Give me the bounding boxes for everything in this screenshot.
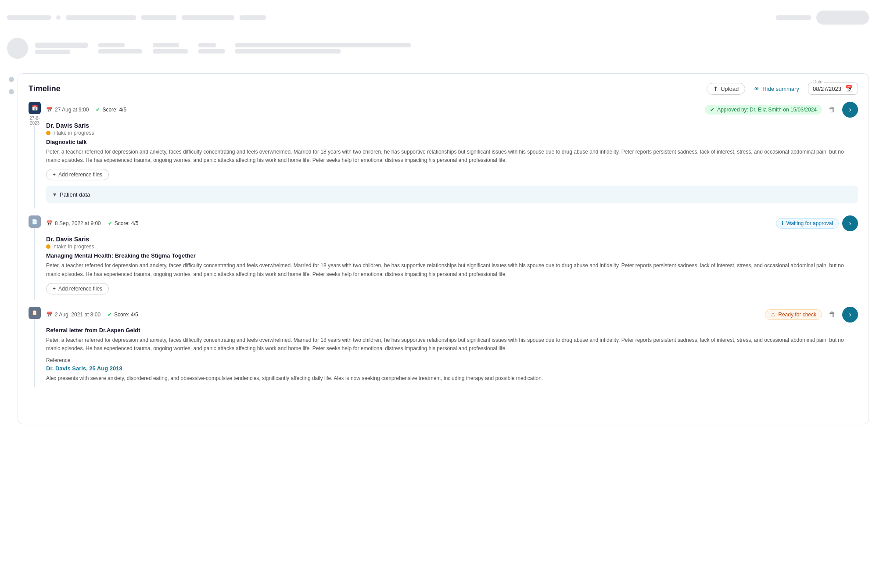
entry-header-1: 📅 27 Aug at 9:00 ✔ Score: 4/5 ✔ A	[46, 102, 858, 118]
reference-label: Reference	[46, 357, 858, 363]
delete-button-3[interactable]: 🗑	[826, 308, 839, 321]
nav-skeleton-2	[66, 15, 136, 20]
entry-icon-3: 📋	[29, 307, 41, 319]
score-2: ✔ Score: 4/5	[108, 220, 139, 226]
sidebar-dots	[7, 73, 14, 424]
entry-meta-1: 📅 27 Aug at 9:00 ✔ Score: 4/5	[46, 107, 126, 113]
doctor-name-2: Dr. Davis Saris	[46, 236, 858, 243]
entry-text-2: Peter, a teacher referred for depression…	[46, 262, 858, 278]
entry-actions-3: ⚠ Ready for check 🗑 ›	[765, 307, 858, 323]
add-reference-button-2[interactable]: + Add reference files	[46, 283, 109, 294]
chevron-down-icon: ▾	[53, 191, 56, 198]
plus-icon-2: +	[53, 286, 56, 292]
spine-date-1: 27-8-2023	[29, 116, 41, 125]
spine-group-2: 📄	[29, 215, 41, 299]
nav-skeleton-4	[182, 15, 234, 20]
navigate-button-3[interactable]: ›	[842, 307, 858, 323]
timeline-entry-3: 📋 📅 2 Aug, 2021 at 8:00 ✔	[29, 307, 858, 387]
navigate-button-1[interactable]: ›	[842, 102, 858, 118]
date-value[interactable]: 08/27/2023	[813, 86, 841, 92]
profile-sk-9	[235, 43, 411, 47]
entry-date-3: 📅 2 Aug, 2021 at 8:00	[46, 312, 101, 318]
calendar-icon[interactable]: 📅	[845, 85, 853, 93]
hide-summary-button[interactable]: 👁 Hide summary	[754, 86, 799, 92]
alert-icon: ⚠	[771, 312, 775, 318]
ready-badge: ⚠ Ready for check	[765, 309, 822, 320]
timeline-controls: ⬆ Upload 👁 Hide summary Date 08/27/2023 …	[707, 82, 858, 95]
sidebar-dot-2[interactable]	[9, 89, 14, 94]
upload-button[interactable]: ⬆ Upload	[707, 83, 745, 95]
cal-icon-3: 📅	[46, 312, 53, 318]
spine-line-1	[34, 125, 35, 208]
patient-data-label: Patient data	[60, 191, 90, 198]
cal-icon-2: 📅	[46, 220, 53, 226]
nav-dot	[56, 15, 61, 20]
reference-section: Reference Dr. Davis Saris, 25 Aug 2018 A…	[46, 357, 858, 383]
clipboard-entry-icon: 📋	[32, 310, 38, 316]
delete-button-1[interactable]: 🗑	[826, 103, 839, 116]
avatar	[7, 38, 28, 59]
entry-actions-2: ℹ Waiting for approval ›	[776, 215, 858, 231]
profile-sk-6	[153, 49, 188, 54]
entry-text-3: Peter, a teacher referred for depression…	[46, 336, 858, 353]
check-icon: ✔	[710, 107, 714, 113]
profile-sk-10	[235, 49, 341, 54]
patient-data-row[interactable]: ▾ Patient data	[46, 186, 858, 203]
top-nav	[7, 7, 869, 30]
intake-dot-2	[46, 244, 50, 249]
profile-header	[7, 33, 869, 66]
approved-badge: ✔ Approved by: Dr. Ella Smith on 15/03/2…	[705, 105, 822, 115]
entry-content-2: 📅 8 Sep, 2022 at 9:00 ✔ Score: 4/5 ℹ	[46, 215, 858, 299]
navigate-button-2[interactable]: ›	[842, 215, 858, 231]
entry-header-2: 📅 8 Sep, 2022 at 9:00 ✔ Score: 4/5 ℹ	[46, 215, 858, 231]
profile-sk-8	[198, 49, 225, 54]
main-layout: Timeline ⬆ Upload 👁 Hide summary Date 08…	[7, 73, 869, 424]
entry-title-2: Managing Mental Health: Breaking the Sti…	[46, 252, 858, 259]
eye-icon: 👁	[754, 86, 760, 92]
timeline-entry-2: 📄 📅 8 Sep, 2022 at 9:00 ✔	[29, 215, 858, 299]
spine-line-2	[34, 228, 35, 299]
timeline-card: Timeline ⬆ Upload 👁 Hide summary Date 08…	[18, 73, 869, 424]
profile-info	[35, 43, 869, 54]
doc-entry-icon: 📄	[32, 219, 38, 225]
entry-actions-1: ✔ Approved by: Dr. Ella Smith on 15/03/2…	[705, 102, 858, 118]
sidebar-dot-1[interactable]	[9, 77, 14, 82]
reference-link[interactable]: Dr. Davis Saris, 25 Aug 2018	[46, 365, 858, 372]
entry-title-3: Referral letter from Dr.Aspen Geidt	[46, 327, 858, 333]
entry-text-1: Peter, a teacher referred for depression…	[46, 148, 858, 165]
profile-sk-5	[153, 43, 179, 47]
entry-meta-2: 📅 8 Sep, 2022 at 9:00 ✔ Score: 4/5	[46, 220, 138, 226]
profile-sk-7	[198, 43, 216, 47]
score-1: ✔ Score: 4/5	[96, 107, 126, 113]
entry-content-1: 📅 27 Aug at 9:00 ✔ Score: 4/5 ✔ A	[46, 102, 858, 208]
profile-sk-1	[35, 43, 88, 48]
entry-icon-1: 📅	[29, 102, 41, 114]
reference-sub-text: Alex presents with severe anxiety, disor…	[46, 374, 858, 383]
nav-skeleton-1	[7, 15, 51, 20]
entry-header-3: 📅 2 Aug, 2021 at 8:00 ✔ Score: 4/5 ⚠	[46, 307, 858, 323]
nav-skeleton-3	[141, 15, 176, 20]
entry-content-3: 📅 2 Aug, 2021 at 8:00 ✔ Score: 4/5 ⚠	[46, 307, 858, 387]
intake-status-1: Intake in progress	[46, 130, 858, 136]
checkmark-icon: ✔	[96, 107, 100, 113]
entry-meta-3: 📅 2 Aug, 2021 at 8:00 ✔ Score: 4/5	[46, 312, 138, 318]
waiting-badge: ℹ Waiting for approval	[776, 218, 839, 229]
profile-sk-4	[98, 49, 142, 54]
checkmark-icon-2: ✔	[108, 220, 112, 226]
timeline-title: Timeline	[29, 84, 61, 93]
checkmark-icon-3: ✔	[108, 312, 112, 318]
spine-line-3	[34, 319, 35, 387]
intake-dot-1	[46, 131, 50, 135]
plus-icon-1: +	[53, 172, 56, 178]
entry-date-1: 📅 27 Aug at 9:00	[46, 107, 89, 113]
timeline-header: Timeline ⬆ Upload 👁 Hide summary Date 08…	[29, 82, 858, 95]
profile-sk-3	[98, 43, 125, 47]
info-icon: ℹ	[782, 220, 784, 226]
cal-icon: 📅	[46, 107, 53, 113]
timeline-entry-1: 📅 27-8-2023 📅 27 Aug at 9:00 ✔	[29, 102, 858, 208]
nav-skeleton-5	[240, 15, 266, 20]
date-field[interactable]: Date 08/27/2023 📅	[808, 82, 858, 95]
add-reference-button-1[interactable]: + Add reference files	[46, 169, 109, 180]
doctor-name-1: Dr. Davis Saris	[46, 122, 858, 129]
upload-icon: ⬆	[713, 86, 718, 92]
